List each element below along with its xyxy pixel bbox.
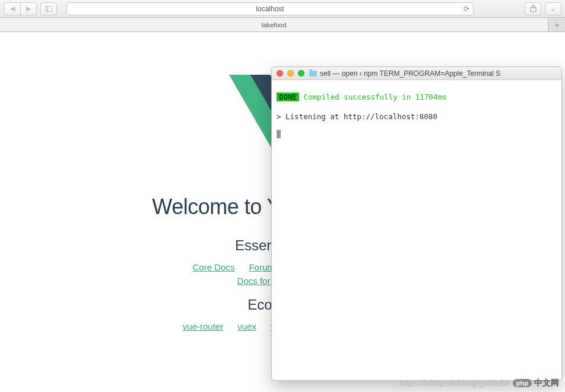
watermark: https://blhttpsdnbhog/gsithube php 中文网 (399, 378, 559, 388)
back-button[interactable]: ◀ (4, 2, 20, 15)
svg-rect-0 (45, 6, 52, 12)
address-bar[interactable]: localhost ⟳ (66, 2, 474, 15)
done-badge: DONE (277, 93, 299, 101)
new-tab-button[interactable]: + (548, 18, 565, 31)
link-vuex[interactable]: vuex (237, 321, 256, 332)
terminal-window[interactable]: sell — open ‹ npm TERM_PROGRAM=Apple_Ter… (271, 66, 562, 381)
folder-icon (309, 71, 317, 77)
share-icon (530, 5, 537, 12)
terminal-titlebar[interactable]: sell — open ‹ npm TERM_PROGRAM=Apple_Ter… (272, 67, 561, 80)
forward-button[interactable]: ▶ (20, 2, 37, 15)
php-badge: php (513, 379, 532, 387)
link-core-docs[interactable]: Core Docs (193, 262, 235, 272)
terminal-cursor (277, 130, 281, 138)
sidebar-toggle-button[interactable] (40, 2, 57, 15)
url-text: localhost (256, 5, 284, 13)
close-window-button[interactable] (277, 70, 283, 77)
watermark-url: https://blhttpsdnbhog/gsithube (399, 378, 510, 388)
share-button[interactable] (525, 2, 541, 15)
link-vue-router[interactable]: vue-router (183, 321, 223, 332)
terminal-title: sell — open ‹ npm TERM_PROGRAM=Apple_Ter… (309, 69, 557, 78)
window-controls (277, 70, 304, 77)
tab-bar: takefood + (0, 18, 565, 32)
maximize-window-button[interactable] (298, 70, 304, 77)
tabs-button[interactable]: ⌄ (545, 2, 561, 15)
compiled-message: Compiled successfully in 11704ms (304, 93, 447, 101)
browser-tab[interactable]: takefood (0, 18, 548, 31)
chevron-down-icon: ⌄ (551, 6, 556, 12)
reload-icon[interactable]: ⟳ (464, 5, 469, 13)
tab-title: takefood (261, 21, 286, 28)
nav-arrows: ◀ ▶ (4, 2, 37, 15)
terminal-title-text: sell — open ‹ npm TERM_PROGRAM=Apple_Ter… (320, 69, 500, 78)
sidebar-icon (45, 6, 52, 12)
watermark-cn: 中文网 (534, 378, 559, 388)
terminal-line-done: DONE Compiled successfully in 11704ms (277, 91, 557, 104)
browser-toolbar: ◀ ▶ localhost ⟳ ⌄ (0, 0, 565, 18)
minimize-window-button[interactable] (287, 70, 294, 77)
toolbar-right: ⌄ (525, 2, 561, 15)
terminal-line-listening: > Listening at http://localhost:8080 (277, 110, 557, 124)
terminal-body[interactable]: DONE Compiled successfully in 11704ms > … (272, 80, 561, 151)
